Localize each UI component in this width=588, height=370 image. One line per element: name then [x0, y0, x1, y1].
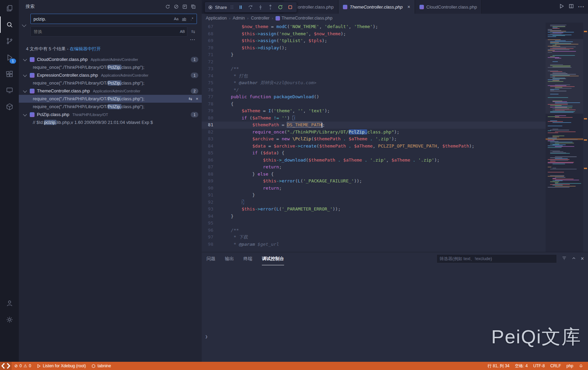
tabnine-status[interactable]: tabnine	[89, 362, 113, 370]
tab-themecontroller[interactable]: ThemeController.class.php ×	[338, 0, 415, 14]
replace-input[interactable]	[30, 26, 187, 37]
code-line-83[interactable]: 83 $archive = new \PclZip($themePath . $…	[202, 136, 546, 143]
code-line-68[interactable]: 68 $this->assign('now_theme', $now_theme…	[202, 30, 546, 38]
tab-cloudcontroller[interactable]: CloudController.class.php	[415, 0, 482, 14]
debug-console-output[interactable]: ❯	[202, 266, 588, 362]
split-editor-icon[interactable]	[569, 3, 574, 10]
search-input[interactable]	[30, 14, 197, 24]
search-match-row[interactable]: require_once("./ThinkPHP/Library/OT/PclZ…	[19, 63, 202, 71]
code-line-96[interactable]: 96 /**	[202, 227, 546, 234]
search-file-row[interactable]: ThemeController.class.phpApplication/Adm…	[19, 87, 202, 95]
collapse-all-icon[interactable]	[189, 2, 198, 11]
code-editor[interactable]: 67 $now_theme = modC('NOW_THEME', 'defau…	[202, 23, 588, 252]
tab-problems[interactable]: 问题	[206, 252, 215, 265]
cursor-position[interactable]: 行 81, 列 34	[485, 362, 512, 370]
code-line-98[interactable]: 98 * @param $get_url	[202, 241, 546, 248]
filter-icon[interactable]	[562, 256, 567, 262]
search-match-row[interactable]: // $Id: pclzip.lib.php,v 1.60 2009/09/30…	[19, 118, 202, 126]
language-status[interactable]: php	[564, 362, 576, 370]
replace-icon[interactable]: ⇆	[189, 96, 192, 101]
package-icon[interactable]	[0, 99, 19, 115]
code-line-74[interactable]: 74 * 打包	[202, 73, 546, 80]
code-line-81[interactable]: 81 $themePath = DS_THEME_PATH;	[202, 122, 546, 129]
code-line-94[interactable]: 94 }	[202, 213, 546, 220]
dismiss-icon[interactable]: ×	[196, 96, 198, 101]
problems-status[interactable]: ⊘0 ⚠0	[12, 362, 34, 370]
code-line-84[interactable]: 84 $data = $archive->create($themePath .…	[202, 143, 546, 150]
step-over-icon[interactable]	[247, 4, 254, 11]
debug-console-input[interactable]: ❯	[205, 334, 208, 339]
code-line-73[interactable]: 73 /**	[202, 65, 546, 73]
breadcrumb-item-file[interactable]: ThemeController.class.php	[276, 16, 333, 21]
search-match-row[interactable]: require_once("./ThinkPHP/Library/OT/PclZ…	[19, 103, 202, 111]
preserve-case-icon[interactable]: AB	[179, 28, 186, 35]
code-line-90[interactable]: 90 return;	[202, 185, 546, 192]
encoding-status[interactable]: UTF-8	[531, 362, 548, 370]
tab-terminal[interactable]: 终端	[243, 252, 252, 265]
whole-word-icon[interactable]: ab	[181, 15, 188, 22]
code-line-79[interactable]: 79 $aTheme = I('theme', '', 'text');	[202, 107, 546, 115]
code-line-76[interactable]: 76 */	[202, 87, 546, 94]
close-icon[interactable]: ×	[407, 4, 410, 9]
remote-explorer-icon[interactable]	[0, 82, 19, 99]
notifications-bell-icon[interactable]	[576, 362, 586, 370]
code-line-71[interactable]: 71 }	[202, 51, 546, 59]
code-line-77[interactable]: 77 public function packageDownload()	[202, 93, 546, 101]
extensions-icon[interactable]	[0, 66, 19, 82]
code-line-82[interactable]: 82 require_once("./ThinkPHP/Library/OT/P…	[202, 129, 546, 136]
code-line-78[interactable]: 78 {	[202, 101, 546, 108]
account-icon[interactable]	[0, 295, 19, 311]
replace-all-icon[interactable]: ⇆	[189, 28, 197, 35]
open-in-editor-link[interactable]: 在编辑器中打开	[70, 46, 101, 51]
breadcrumb-item[interactable]: Application	[206, 16, 227, 21]
code-line-88[interactable]: 88 } else {	[202, 171, 546, 178]
close-panel-icon[interactable]: ×	[581, 256, 584, 262]
breadcrumb-item[interactable]: Controller	[251, 16, 269, 21]
restart-icon[interactable]	[277, 4, 284, 11]
share-button[interactable]: Share	[208, 5, 227, 10]
debug-filter-input[interactable]	[437, 254, 557, 263]
search-icon[interactable]	[0, 16, 19, 33]
minimap[interactable]	[546, 23, 583, 252]
maximize-panel-icon[interactable]	[571, 256, 576, 262]
code-line-92[interactable]: 92 }	[202, 199, 546, 206]
code-line-67[interactable]: 67 $now_theme = modC('NOW_THEME', 'defau…	[202, 23, 546, 30]
toggle-replace-icon[interactable]	[22, 23, 26, 27]
code-line-95[interactable]: 95	[202, 220, 546, 227]
breadcrumb-item[interactable]: Admin	[233, 16, 245, 21]
code-line-97[interactable]: 97 * 下载	[202, 234, 546, 241]
code-line-87[interactable]: 87 return;	[202, 164, 546, 171]
code-line-93[interactable]: 93 $this->error(L('_PARAMETER_ERROR_'));	[202, 206, 546, 213]
stop-icon[interactable]	[287, 4, 294, 11]
code-line-85[interactable]: 85 if ($data) {	[202, 150, 546, 157]
tab-debug-console[interactable]: 调试控制台	[262, 252, 284, 265]
code-line-72[interactable]: 72	[202, 59, 546, 66]
indentation-status[interactable]: 空格: 4	[512, 362, 530, 370]
search-file-row[interactable]: PclZip.class.phpThinkPHP/Library/OT1	[19, 111, 202, 118]
remote-window-icon[interactable]	[0, 362, 12, 370]
explorer-icon[interactable]	[0, 0, 19, 16]
source-control-icon[interactable]	[0, 33, 19, 49]
settings-gear-icon[interactable]	[0, 311, 19, 328]
code-line-86[interactable]: 86 $this->_download($themePath . $aTheme…	[202, 157, 546, 164]
code-line-91[interactable]: 91 }	[202, 192, 546, 199]
regex-icon[interactable]: .*	[188, 15, 196, 22]
step-out-icon[interactable]	[267, 4, 274, 11]
search-match-row[interactable]: require_once("./ThinkPHP/Library/OT/PclZ…	[19, 79, 202, 87]
run-debug-icon[interactable]: 1	[0, 49, 19, 66]
code-line-80[interactable]: 80 if ($aTheme != '') {	[202, 115, 546, 122]
xdebug-status[interactable]: Listen for Xdebug (root)	[34, 362, 89, 370]
code-line-70[interactable]: 70 $this->display();	[202, 44, 546, 52]
run-or-debug-icon[interactable]	[559, 3, 564, 10]
code-line-89[interactable]: 89 $this->error(L('_PACKAGE_FAILURE_'));	[202, 178, 546, 185]
refresh-icon[interactable]	[163, 2, 172, 11]
search-match-row[interactable]: require_once("./ThinkPHP/Library/OT/PclZ…	[19, 95, 202, 103]
search-file-row[interactable]: CloudController.class.phpApplication/Adm…	[19, 55, 202, 63]
toolbar-drag-handle[interactable]	[231, 5, 233, 9]
eol-status[interactable]: CRLF	[548, 362, 564, 370]
search-details-icon[interactable]: ···	[30, 37, 197, 42]
code-line-75[interactable]: 75 * @author 郑钟良<zzl@ourstu.com>	[202, 79, 546, 87]
clear-results-icon[interactable]	[172, 2, 181, 11]
match-case-icon[interactable]: Aa	[173, 15, 180, 22]
search-file-row[interactable]: ExpressionController.class.phpApplicatio…	[19, 71, 202, 79]
